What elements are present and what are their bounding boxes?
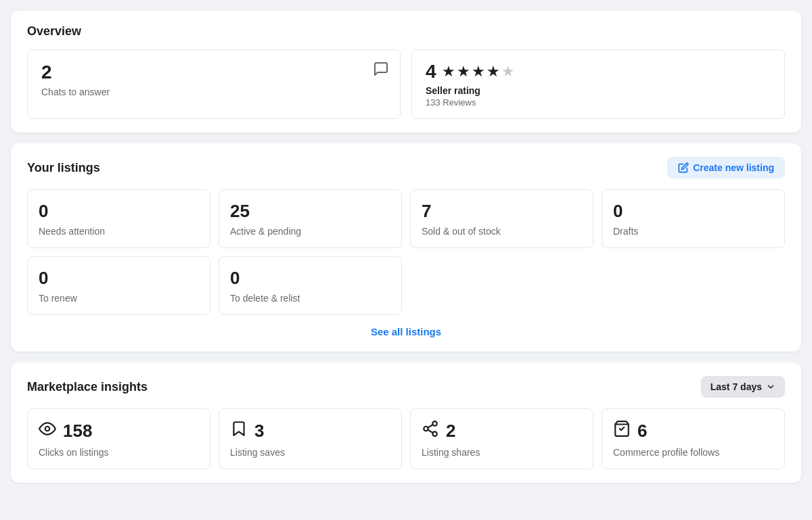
insights-title: Marketplace insights <box>27 380 148 394</box>
insight-card-follows[interactable]: 6 Commerce profile follows <box>602 408 785 469</box>
star-2: ★ <box>457 63 470 80</box>
needs-attention-label: Needs attention <box>39 226 199 237</box>
to-delete-relist-number: 0 <box>230 268 390 289</box>
saves-number: 3 <box>254 421 264 442</box>
to-renew-label: To renew <box>39 293 199 304</box>
sold-out-label: Sold & out of stock <box>422 226 582 237</box>
drafts-label: Drafts <box>613 226 773 237</box>
listings-header: Your listings Create new listing <box>27 157 785 179</box>
period-button[interactable]: Last 7 days <box>701 376 785 398</box>
listing-card-to-delete-relist[interactable]: 0 To delete & relist <box>219 256 402 315</box>
shares-number: 2 <box>446 421 455 442</box>
rating-number: 4 <box>426 61 436 82</box>
period-label: Last 7 days <box>710 381 762 392</box>
svg-point-0 <box>45 427 50 431</box>
insights-section: Marketplace insights Last 7 days 158 Cli… <box>11 362 801 483</box>
chat-icon <box>373 61 389 81</box>
chevron-down-icon <box>766 382 775 392</box>
sold-out-number: 7 <box>422 201 582 222</box>
insights-header: Marketplace insights Last 7 days <box>27 376 785 398</box>
clicks-label: Clicks on listings <box>39 447 199 458</box>
edit-icon <box>678 162 689 173</box>
listing-card-to-renew[interactable]: 0 To renew <box>27 256 210 315</box>
see-all-listings[interactable]: See all listings <box>27 326 785 338</box>
listings-title: Your listings <box>27 161 100 175</box>
insights-grid: 158 Clicks on listings 3 Listing saves <box>27 408 785 469</box>
create-listing-button[interactable]: Create new listing <box>667 157 785 179</box>
create-listing-label: Create new listing <box>693 162 774 173</box>
insight-card-clicks[interactable]: 158 Clicks on listings <box>27 408 210 469</box>
listing-card-empty-2 <box>602 256 785 315</box>
star-3: ★ <box>472 63 485 80</box>
listings-grid-row1: 0 Needs attention 25 Active & pending 7 … <box>27 189 785 248</box>
overview-section: Overview 2 Chats to answer 4 ★ ★ ★ ★ ★ <box>11 11 801 133</box>
svg-line-5 <box>428 425 432 427</box>
clicks-number: 158 <box>63 421 92 442</box>
chats-label: Chats to answer <box>41 87 386 97</box>
insight-saves-top: 3 <box>230 420 390 442</box>
star-5: ★ <box>501 63 515 80</box>
chats-card[interactable]: 2 Chats to answer <box>27 49 401 119</box>
follows-number: 6 <box>637 421 647 442</box>
overview-cards: 2 Chats to answer 4 ★ ★ ★ ★ ★ Seller rat… <box>27 49 785 119</box>
insight-card-saves[interactable]: 3 Listing saves <box>219 408 402 469</box>
stars-container: ★ ★ ★ ★ ★ <box>442 63 515 80</box>
active-pending-label: Active & pending <box>230 226 390 237</box>
to-delete-relist-label: To delete & relist <box>230 293 390 304</box>
rating-label: Seller rating <box>426 85 771 96</box>
shares-label: Listing shares <box>422 447 582 458</box>
drafts-number: 0 <box>613 201 773 222</box>
star-4: ★ <box>487 63 500 80</box>
star-1: ★ <box>442 63 455 80</box>
to-renew-number: 0 <box>39 268 199 289</box>
rating-reviews: 133 Reviews <box>426 97 771 108</box>
see-all-link[interactable]: See all listings <box>371 326 441 337</box>
saves-label: Listing saves <box>230 447 390 458</box>
insight-card-shares[interactable]: 2 Listing shares <box>410 408 593 469</box>
listing-card-sold-out-of-stock[interactable]: 7 Sold & out of stock <box>410 189 593 248</box>
follows-label: Commerce profile follows <box>613 447 773 458</box>
insight-shares-top: 2 <box>422 420 582 442</box>
bag-check-icon <box>613 420 631 442</box>
active-pending-number: 25 <box>230 201 390 222</box>
listing-card-empty-1 <box>410 256 593 315</box>
rating-card[interactable]: 4 ★ ★ ★ ★ ★ Seller rating 133 Reviews <box>411 49 785 119</box>
svg-line-4 <box>428 430 432 433</box>
listings-grid-row2: 0 To renew 0 To delete & relist <box>27 256 785 315</box>
insight-clicks-top: 158 <box>39 420 199 442</box>
listing-card-drafts[interactable]: 0 Drafts <box>602 189 785 248</box>
listing-card-needs-attention[interactable]: 0 Needs attention <box>27 189 210 248</box>
share-icon <box>422 420 439 442</box>
insight-follows-top: 6 <box>613 420 773 442</box>
bookmark-icon <box>230 420 248 442</box>
listings-section: Your listings Create new listing 0 Needs… <box>11 143 801 352</box>
needs-attention-number: 0 <box>39 201 199 222</box>
chats-number: 2 <box>41 61 386 84</box>
listing-card-active-pending[interactable]: 25 Active & pending <box>219 189 402 248</box>
rating-row: 4 ★ ★ ★ ★ ★ <box>426 61 771 82</box>
overview-title: Overview <box>27 24 785 39</box>
eye-icon <box>39 420 56 442</box>
